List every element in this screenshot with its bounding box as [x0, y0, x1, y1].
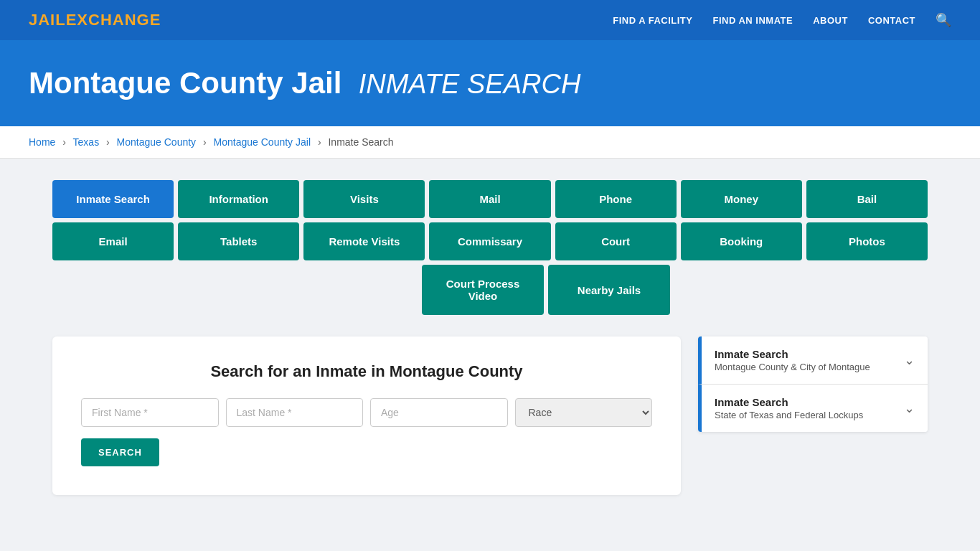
hero-title-em: INMATE SEARCH	[359, 69, 581, 99]
hero-section: Montague County Jail INMATE SEARCH	[0, 40, 980, 126]
breadcrumb-montague-county[interactable]: Montague County	[117, 136, 197, 148]
site-logo: JAILEXCHANGE	[29, 11, 161, 29]
breadcrumb-sep-3: ›	[203, 136, 207, 148]
btn-remote-visits[interactable]: Remote Visits	[303, 222, 425, 260]
button-row-1: Inmate Search Information Visits Mail Ph…	[52, 180, 928, 218]
hero-title-main: Montague County Jail	[29, 66, 341, 100]
nav-search-icon[interactable]: 🔍	[936, 12, 951, 28]
sidebar-item-montague[interactable]: Inmate Search Montague County & City of …	[698, 336, 928, 385]
logo-highlight: EXCHANGE	[66, 11, 161, 29]
sidebar: Inmate Search Montague County & City of …	[698, 336, 928, 432]
nav-find-inmate[interactable]: FIND AN INMATE	[712, 15, 793, 26]
btn-phone[interactable]: Phone	[555, 180, 677, 218]
breadcrumb-texas[interactable]: Texas	[73, 136, 100, 148]
main-content: Inmate Search Information Visits Mail Ph…	[24, 159, 956, 517]
last-name-input[interactable]	[226, 398, 364, 427]
nav-contact[interactable]: CONTACT	[868, 15, 915, 26]
sidebar-item-texas-sub: State of Texas and Federal Lockups	[715, 410, 863, 420]
sidebar-item-texas[interactable]: Inmate Search State of Texas and Federal…	[698, 385, 928, 432]
nav-about[interactable]: ABOUT	[813, 15, 848, 26]
category-button-grid: Inmate Search Information Visits Mail Ph…	[52, 180, 928, 315]
chevron-down-icon: ⌄	[904, 352, 915, 368]
btn-mail[interactable]: Mail	[429, 180, 550, 218]
btn-photos[interactable]: Photos	[806, 222, 928, 260]
age-input[interactable]	[370, 398, 508, 427]
btn-booking[interactable]: Booking	[681, 222, 802, 260]
btn-court[interactable]: Court	[555, 222, 677, 260]
search-form-title: Search for an Inmate in Montague County	[81, 362, 652, 381]
btn-inmate-search[interactable]: Inmate Search	[52, 180, 174, 218]
logo-part1: JAIL	[29, 11, 66, 29]
breadcrumb-home[interactable]: Home	[29, 136, 55, 148]
main-nav: JAILEXCHANGE FIND A FACILITY FIND AN INM…	[0, 0, 980, 40]
btn-email[interactable]: Email	[52, 222, 174, 260]
breadcrumb-sep-1: ›	[62, 136, 66, 148]
nav-find-facility[interactable]: FIND A FACILITY	[613, 15, 692, 26]
search-fields: Race White Black Hispanic Asian Other	[81, 398, 652, 427]
first-name-input[interactable]	[81, 398, 219, 427]
sidebar-item-montague-sub: Montague County & City of Montague	[715, 362, 870, 372]
btn-nearby-jails[interactable]: Nearby Jails	[548, 265, 670, 315]
chevron-down-icon-2: ⌄	[904, 400, 915, 416]
sidebar-item-texas-title: Inmate Search	[715, 396, 863, 408]
sidebar-item-montague-title: Inmate Search	[715, 348, 870, 360]
btn-court-process-video[interactable]: Court Process Video	[422, 265, 544, 315]
search-button[interactable]: SEARCH	[81, 438, 159, 466]
breadcrumb-montague-jail[interactable]: Montague County Jail	[214, 136, 311, 148]
breadcrumb-sep-2: ›	[106, 136, 110, 148]
btn-information[interactable]: Information	[178, 180, 299, 218]
btn-commissary[interactable]: Commissary	[429, 222, 550, 260]
button-row-3: Court Process Video Nearby Jails	[164, 265, 928, 315]
search-form-box: Search for an Inmate in Montague County …	[52, 336, 681, 495]
page-title: Montague County Jail INMATE SEARCH	[29, 66, 951, 100]
breadcrumb: Home › Texas › Montague County › Montagu…	[0, 126, 980, 159]
breadcrumb-current: Inmate Search	[328, 136, 393, 148]
btn-tablets[interactable]: Tablets	[178, 222, 299, 260]
breadcrumb-sep-4: ›	[318, 136, 321, 148]
btn-money[interactable]: Money	[681, 180, 802, 218]
content-area: Search for an Inmate in Montague County …	[52, 336, 928, 495]
race-select[interactable]: Race White Black Hispanic Asian Other	[515, 398, 653, 427]
btn-bail[interactable]: Bail	[806, 180, 928, 218]
btn-visits[interactable]: Visits	[303, 180, 425, 218]
nav-links: FIND A FACILITY FIND AN INMATE ABOUT CON…	[613, 12, 951, 28]
button-row-2: Email Tablets Remote Visits Commissary C…	[52, 222, 928, 260]
